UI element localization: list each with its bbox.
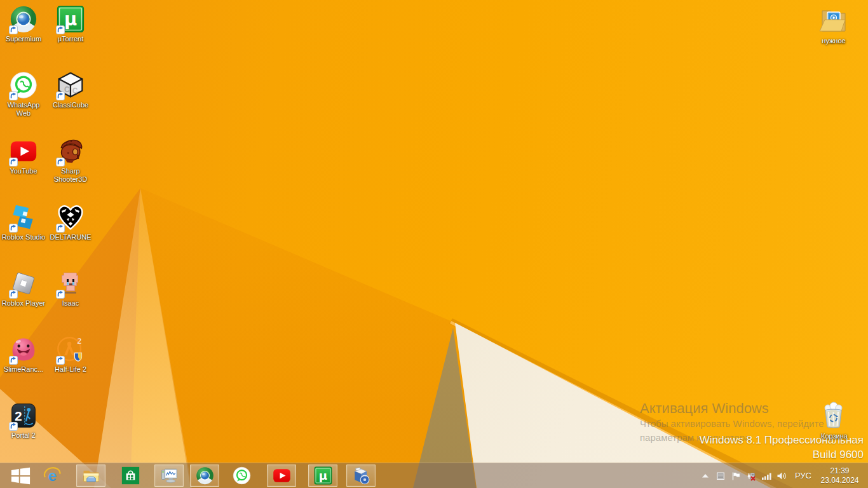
recycle-bin[interactable]: Корзина (811, 400, 858, 440)
desktop-icon-label: DELTARUNE (47, 233, 94, 241)
tray-show-hidden-icons[interactable] (698, 463, 713, 488)
desktop-icon-deltarune[interactable]: DELTARUNE (47, 203, 94, 241)
utorrent-icon: µ (57, 5, 85, 33)
svg-text:2: 2 (77, 336, 81, 346)
chevron-up-icon (700, 471, 710, 481)
isaac-icon (57, 269, 85, 297)
youtube-icon (273, 466, 291, 485)
tray-network[interactable] (759, 463, 774, 488)
desktop-icon-isaac[interactable]: Isaac (47, 269, 94, 308)
shortcut-arrow-icon (9, 356, 18, 365)
taskbar-item-file-explorer[interactable] (76, 464, 105, 487)
half-life-2-icon: 2 (57, 336, 85, 363)
svg-text:e: e (48, 467, 56, 484)
roblox-studio-icon (10, 203, 37, 231)
desktop-icon-supermium[interactable]: Supermium (0, 5, 47, 43)
recycle-bin-icon (819, 400, 850, 431)
start-button[interactable] (4, 463, 37, 488)
svg-text:2: 2 (15, 409, 22, 423)
shortcut-arrow-icon (9, 290, 18, 299)
youtube-icon (10, 137, 37, 165)
shortcut-arrow-icon (56, 224, 65, 233)
system-monitor-icon (160, 466, 179, 485)
tray-time: 21:39 (817, 466, 862, 476)
desktop-folder-nuzhnoe[interactable]: intel нужное (810, 5, 857, 45)
taskbar: eµ РУС 21:39 23.04.2024 (0, 463, 868, 488)
windows-start-icon (11, 467, 31, 485)
tray-action-center[interactable] (728, 463, 743, 488)
desktop-icon-slime-rancher[interactable]: SlimeRanc... (0, 336, 47, 374)
taskbar-item-internet-explorer[interactable]: e (37, 464, 67, 487)
system-tray: РУС 21:39 23.04.2024 (698, 463, 868, 488)
taskbar-item-system-monitor[interactable] (154, 464, 184, 487)
roblox-player-icon (10, 269, 37, 297)
classicube-icon: CC (57, 71, 85, 99)
slime-icon (10, 336, 37, 363)
shortcut-arrow-icon (56, 356, 65, 365)
svg-text:µ: µ (318, 469, 327, 482)
taskbar-item-supermium[interactable] (190, 464, 219, 487)
shortcut-arrow-icon (56, 158, 65, 166)
desktop-icon-portal-2[interactable]: 2Portal 2 (0, 402, 47, 440)
shortcut-arrow-icon (9, 224, 18, 233)
sharp-shooter-icon (57, 137, 85, 165)
taskbar-item-whatsapp[interactable] (227, 464, 256, 487)
folder-label: нужное (810, 37, 857, 45)
desktop-icon-label: WhatsApp Web (0, 101, 47, 118)
desktop-icon-utorrent[interactable]: µµTorrent (47, 5, 94, 43)
signal-bars-icon (761, 471, 771, 481)
window-grid-icon (715, 471, 726, 481)
desktop-icon-label: µTorrent (47, 35, 94, 43)
desktop-icon-label: Supermium (0, 35, 47, 43)
desktop-icon-roblox-player[interactable]: Roblox Player (0, 269, 47, 308)
chrome-globe-icon (196, 466, 214, 485)
desktop-icon-label: Roblox Studio (0, 233, 47, 241)
desktop-icon-layer: SupermiumµµTorrentWhatsApp WebCCClassiCu… (0, 0, 868, 463)
svg-text:C: C (72, 86, 78, 95)
svg-text:C: C (64, 85, 70, 94)
shortcut-arrow-icon (9, 25, 18, 34)
utorrent-icon: µ (314, 466, 332, 485)
tray-window-grid[interactable] (713, 463, 728, 488)
tray-clock[interactable]: 21:39 23.04.2024 (817, 466, 868, 485)
desktop-icon-label: Half-Life 2 (47, 365, 94, 374)
flag-icon (731, 471, 741, 481)
whatsapp-icon (10, 71, 37, 99)
file-explorer-icon (82, 466, 100, 485)
shortcut-arrow-icon (56, 92, 65, 100)
whatsapp-icon (233, 466, 251, 485)
shortcut-arrow-icon (9, 158, 18, 166)
desktop-icon-label: Sharp Shooter3D (47, 167, 94, 184)
tray-volume[interactable] (774, 463, 789, 488)
desktop-icon-label: Roblox Player (0, 299, 47, 308)
taskbar-item-installer[interactable] (346, 464, 376, 487)
tray-icons (698, 463, 789, 488)
desktop-icon-sharp-shooter[interactable]: Sharp Shooter3D (47, 137, 94, 184)
taskbar-item-utorrent[interactable]: µ (308, 464, 337, 487)
shortcut-arrow-icon (9, 92, 18, 100)
desktop-icon-half-life-2[interactable]: 2Half-Life 2 (47, 336, 94, 374)
taskbar-item-windows-store[interactable] (116, 464, 145, 487)
desktop-icon-label: SlimeRanc... (0, 365, 47, 374)
tray-date: 23.04.2024 (817, 476, 862, 485)
desktop-icon-roblox-studio[interactable]: Roblox Studio (0, 203, 47, 241)
deltarune-icon (57, 203, 85, 231)
desktop-icon-label: Isaac (47, 299, 94, 308)
shortcut-arrow-icon (9, 422, 18, 431)
taskbar-item-youtube[interactable] (267, 464, 296, 487)
desktop-icon-classicube[interactable]: CCClassiCube (47, 71, 94, 109)
desktop-icon-label: ClassiCube (47, 101, 94, 109)
media-folder-icon: intel (818, 5, 849, 36)
desktop-icon-label: Portal 2 (0, 431, 47, 440)
tray-device-error[interactable] (743, 463, 759, 488)
desktop-icon-whatsapp-web[interactable]: WhatsApp Web (0, 71, 47, 118)
language-indicator[interactable]: РУС (789, 471, 817, 480)
desktop-icon-label: YouTube (0, 167, 47, 175)
ie-icon: e (43, 466, 62, 485)
speaker-icon (776, 471, 787, 481)
plug-error-icon (746, 471, 756, 481)
svg-text:µ: µ (64, 9, 77, 29)
windows-store-icon (121, 466, 140, 485)
recycle-bin-label: Корзина (811, 432, 858, 440)
desktop-icon-youtube[interactable]: YouTube (0, 137, 47, 175)
